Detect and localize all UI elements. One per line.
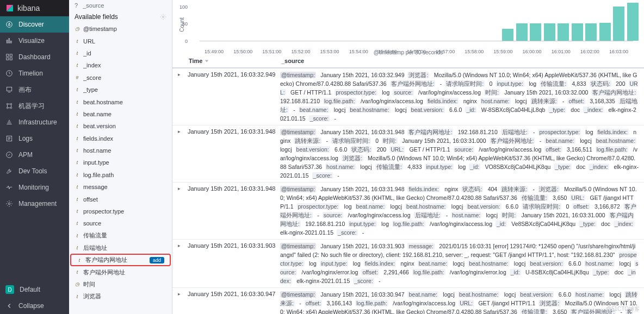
- field-_index[interactable]: t_index: [69, 59, 172, 71]
- nav-management[interactable]: Management: [0, 196, 69, 212]
- field-type-icon: t: [75, 136, 80, 141]
- field-type-icon: t: [75, 123, 80, 129]
- document-row: ▸January 15th 2021, 16:03:30.947@timesta…: [172, 288, 644, 314]
- field-_id[interactable]: t_id: [69, 47, 172, 59]
- field-type-icon: t: [77, 258, 82, 263]
- ml-icon: [5, 102, 13, 110]
- infra-icon: [5, 118, 13, 126]
- field-浏览器[interactable]: t浏览器: [69, 291, 172, 303]
- gear-icon[interactable]: [160, 14, 166, 20]
- document-row: ▸January 15th 2021, 16:03:32.949@timesta…: [172, 68, 644, 125]
- document-list: ▸January 15th 2021, 16:03:32.949@timesta…: [172, 68, 644, 314]
- histogram-bar[interactable]: [613, 7, 624, 41]
- nav-dev tools[interactable]: Dev Tools: [0, 163, 69, 179]
- svg-point-16: [10, 107, 11, 108]
- field-beat.hostname[interactable]: tbeat.hostname: [69, 96, 172, 108]
- col-time[interactable]: Time: [189, 58, 281, 64]
- field-type-icon: t: [75, 294, 80, 299]
- svg-marker-3: [8, 23, 10, 26]
- field-type-icon: t: [75, 184, 80, 190]
- svg-rect-5: [9, 39, 10, 43]
- field-type-icon: #: [75, 75, 80, 80]
- bar-icon: [5, 37, 13, 45]
- nav-dashboard[interactable]: Dashboard: [0, 49, 69, 65]
- svg-rect-12: [7, 87, 11, 91]
- histogram-bar[interactable]: [599, 23, 611, 41]
- field-input.type[interactable]: tinput.type: [69, 156, 172, 168]
- svg-rect-9: [7, 58, 9, 60]
- svg-point-20: [163, 16, 164, 18]
- nav-画布[interactable]: 画布: [0, 81, 69, 98]
- histogram-bar[interactable]: [627, 3, 639, 41]
- doc-source[interactable]: @timestamp: January 15th 2021, 16:03:31.…: [280, 128, 639, 180]
- nav-visualize[interactable]: Visualize: [0, 33, 69, 49]
- expand-row-icon[interactable]: ▸: [178, 71, 188, 123]
- nav-timelion[interactable]: Timelion: [0, 65, 69, 81]
- field-type-icon: t: [75, 233, 80, 238]
- field-后端地址[interactable]: t后端地址: [69, 242, 172, 254]
- doc-source[interactable]: @timestamp: January 15th 2021, 16:03:31.…: [280, 242, 639, 285]
- expand-row-icon[interactable]: ▸: [178, 128, 188, 180]
- doc-source[interactable]: @timestamp: January 15th 2021, 16:03:30.…: [280, 290, 639, 314]
- nav-discover[interactable]: Discover: [0, 16, 69, 33]
- field-URL[interactable]: tURL: [69, 35, 172, 47]
- compass-icon: [5, 21, 13, 28]
- nav-logs[interactable]: Logs: [0, 130, 69, 147]
- field-_score[interactable]: #_score: [69, 72, 172, 84]
- histogram-bar[interactable]: [585, 23, 597, 41]
- field-beat.version[interactable]: tbeat.version: [69, 120, 172, 132]
- field-时间[interactable]: ◷时间: [69, 278, 172, 290]
- field-prospector.type[interactable]: tprospector.type: [69, 205, 172, 217]
- field-客户端外网地址[interactable]: t客户端外网地址: [69, 266, 172, 278]
- nav-apm[interactable]: APM: [0, 147, 69, 163]
- field-_type[interactable]: t_type: [69, 84, 172, 96]
- svg-point-15: [7, 107, 8, 108]
- field-@timestamp[interactable]: ◷@timestamp: [69, 23, 172, 35]
- doc-time: January 15th 2021, 16:03:31.948: [188, 128, 280, 180]
- source-field-label[interactable]: _source: [83, 2, 104, 9]
- collapse-nav[interactable]: Collapse: [0, 298, 69, 314]
- histogram-bar[interactable]: [502, 29, 513, 41]
- field-log.file.path[interactable]: tlog.file.path: [69, 169, 172, 181]
- svg-rect-6: [10, 41, 11, 43]
- svg-point-19: [8, 203, 10, 205]
- histogram-bar[interactable]: [530, 23, 541, 41]
- expand-row-icon[interactable]: ▸: [178, 242, 188, 285]
- document-row: ▸January 15th 2021, 16:03:31.903@timesta…: [172, 240, 644, 288]
- grid-icon: [5, 53, 13, 61]
- expand-row-icon[interactable]: ▸: [178, 290, 188, 314]
- histogram-bar[interactable]: [516, 23, 528, 41]
- document-row: ▸January 15th 2021, 16:03:31.948@timesta…: [172, 183, 644, 240]
- wrench-icon: [5, 167, 13, 175]
- histogram-bar[interactable]: [544, 23, 555, 41]
- field-offset[interactable]: toffset: [69, 193, 172, 205]
- space-default[interactable]: D Default: [0, 281, 69, 298]
- histogram-chart[interactable]: Count 050100 15:49:0015:50:0015:51:0015:…: [172, 0, 644, 54]
- available-fields-header[interactable]: Available fields: [69, 11, 172, 23]
- field-传输流量[interactable]: t传输流量: [69, 230, 172, 242]
- col-source[interactable]: _source: [281, 58, 639, 64]
- field-host.name[interactable]: thost.name: [69, 145, 172, 156]
- kibana-logo[interactable]: kibana: [0, 0, 69, 16]
- field-fields.index[interactable]: tfields.index: [69, 133, 172, 145]
- histogram-bar[interactable]: [572, 23, 583, 41]
- nav-monitoring[interactable]: Monitoring: [0, 179, 69, 196]
- field-source[interactable]: tsource: [69, 217, 172, 229]
- kibana-icon: [5, 4, 14, 12]
- add-field-button[interactable]: add: [150, 257, 164, 263]
- field-message[interactable]: tmessage: [69, 181, 172, 193]
- doc-source[interactable]: @timestamp: January 15th 2021, 16:03:32.…: [280, 71, 639, 123]
- doc-source[interactable]: @timestamp: January 15th 2021, 16:03:31.…: [280, 185, 639, 237]
- field-beat.name[interactable]: tbeat.name: [69, 108, 172, 120]
- nav-infrastructure[interactable]: Infrastructure: [0, 114, 69, 130]
- svg-rect-8: [10, 54, 12, 56]
- histogram-bar[interactable]: [558, 23, 569, 41]
- expand-row-icon[interactable]: ▸: [178, 185, 188, 237]
- field-type-icon: t: [75, 111, 80, 117]
- available-fields-label: Available fields: [75, 13, 118, 21]
- space-label: Default: [20, 286, 40, 293]
- nav-机器学习[interactable]: 机器学习: [0, 98, 69, 114]
- field-type-icon: ◷: [75, 26, 80, 32]
- field-type-icon: t: [75, 197, 80, 202]
- field-客户端内网地址[interactable]: t客户端内网地址add: [70, 254, 171, 266]
